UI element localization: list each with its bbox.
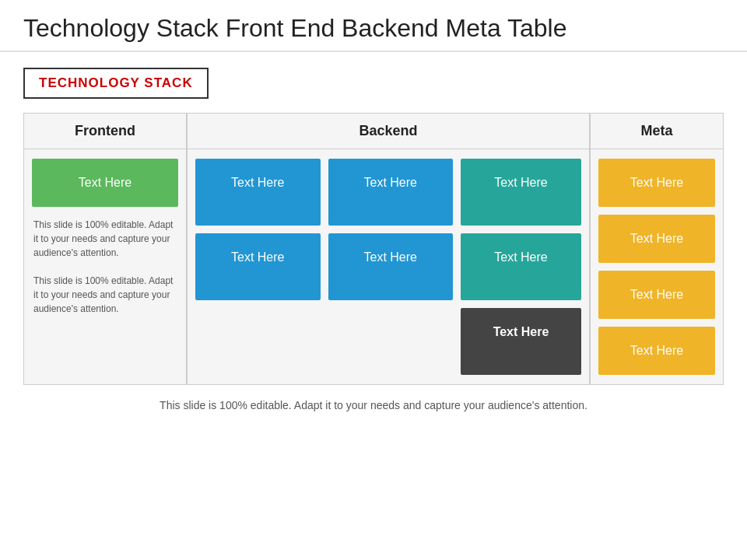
backend-row-bot	[195, 308, 453, 375]
frontend-desc1: This slide is 100% editable. Adapt it to…	[32, 215, 178, 263]
tech-stack-label: TECHNOLOGY STACK	[23, 68, 209, 99]
col-meta: Meta Text Here Text Here Text Here Text …	[591, 114, 723, 384]
backend-teal2[interactable]: Text Here	[461, 233, 581, 300]
frontend-desc2: This slide is 100% editable. Adapt it to…	[32, 271, 178, 319]
main-table: Frontend Text Here This slide is 100% ed…	[23, 113, 724, 385]
meta-yellow4[interactable]: Text Here	[598, 327, 715, 375]
frontend-green-box[interactable]: Text Here	[32, 159, 178, 207]
footer-text: This slide is 100% editable. Adapt it to…	[23, 385, 724, 411]
meta-body: Text Here Text Here Text Here Text Here	[591, 149, 723, 384]
backend-grid: Text Here Text Here Text Here Text Here …	[188, 149, 589, 384]
frontend-body: Text Here This slide is 100% editable. A…	[24, 149, 186, 384]
backend-blue2[interactable]: Text Here	[328, 159, 454, 226]
page-title: Technology Stack Front End Backend Meta …	[0, 0, 747, 52]
backend-blue4[interactable]: Text Here	[328, 233, 454, 300]
backend-right: Text Here Text Here Text Here	[461, 159, 581, 375]
meta-header: Meta	[591, 114, 723, 149]
backend-teal1[interactable]: Text Here	[461, 159, 581, 226]
backend-row-mid: Text Here Text Here	[195, 233, 453, 300]
tech-stack-text: TECHNOLOGY STACK	[39, 75, 193, 90]
backend-dark[interactable]: Text Here	[461, 308, 581, 375]
meta-yellow3[interactable]: Text Here	[598, 271, 715, 319]
backend-blue3[interactable]: Text Here	[195, 233, 321, 300]
backend-blue1[interactable]: Text Here	[195, 159, 321, 226]
frontend-header: Frontend	[24, 114, 186, 149]
meta-yellow2[interactable]: Text Here	[598, 215, 715, 263]
backend-header: Backend	[188, 114, 589, 149]
meta-yellow1[interactable]: Text Here	[598, 159, 715, 207]
backend-row-top: Text Here Text Here	[195, 159, 453, 226]
backend-main: Text Here Text Here Text Here Text Here	[195, 159, 453, 375]
col-backend: Backend Text Here Text Here Text Here Te…	[188, 114, 591, 384]
col-frontend: Frontend Text Here This slide is 100% ed…	[24, 114, 188, 384]
